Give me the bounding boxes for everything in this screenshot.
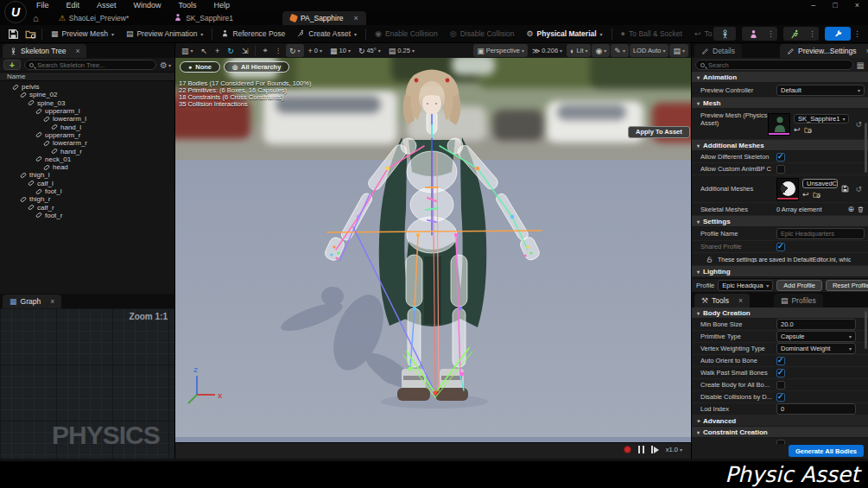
close-button[interactable]: × [855,0,859,10]
preview-controller-select[interactable]: Default▾ [776,85,865,96]
scale-snap-button[interactable]: ▤0.25▾ [385,44,418,57]
to-ball-socket-button[interactable]: ●To Ball & Socket [615,25,688,42]
close-icon[interactable]: × [354,14,358,22]
profile-name-input[interactable] [776,228,865,239]
tree-item[interactable]: foot_l [0,187,174,195]
reset-profile-button[interactable]: Reset Profile [826,280,868,291]
walk-past-checkbox[interactable] [776,369,785,377]
tree-item[interactable]: lowerarm_r [0,139,174,147]
tree-item[interactable]: pelvis [0,83,174,91]
gear-icon[interactable]: ⚙ [160,60,168,70]
add-bone-button[interactable]: + [3,60,21,70]
tab-preview-settings[interactable]: Preview...Settings × [780,44,868,58]
surface-snap-button[interactable]: +0▾ [305,44,326,57]
additional-meshes-select[interactable]: UnsavedCol▾ [802,179,838,188]
select-tool-button[interactable]: ↖ [198,44,212,57]
move-tool-button[interactable]: + [212,44,223,57]
section-advanced[interactable]: ▾Advanced [692,415,868,427]
preview-mesh-button[interactable]: ▦Preview Mesh▾ [45,25,120,42]
section-mesh[interactable]: ▾Mesh [692,98,868,109]
vertex-weighting-select[interactable]: Dominant Weight▾ [776,343,856,354]
reset-icon[interactable]: ↺ [852,120,865,129]
tab-details[interactable]: Details [694,44,742,58]
tree-item[interactable]: calf_r [0,203,174,211]
section-animation[interactable]: ▾Animation [692,72,868,83]
close-icon[interactable]: × [50,297,54,306]
create-asset-button[interactable]: Create Asset▾ [291,25,363,42]
menu-asset[interactable]: Asset [88,0,125,10]
minimize-button[interactable]: – [811,0,815,10]
search-input[interactable] [37,61,151,69]
tab-skeleton-tree[interactable]: Skeleton Tree × [3,44,86,58]
graph-canvas[interactable]: Zoom 1:1 PHYSICS [0,308,174,459]
disable-collision-button[interactable]: ◎Disable Collision [444,25,521,42]
viewport-3d-scene[interactable]: Z X ● None ◎ All Hierarchy 17 Bodies (17… [175,58,691,437]
perspective-button[interactable]: ▣Perspective▾ [473,44,528,57]
tab-shaolei-preview[interactable]: ⚠ ShaoLei_Preview* [51,11,137,25]
tools-scrollbar[interactable] [865,311,867,349]
profile-select[interactable]: Epic Headquarters▾ [718,280,773,291]
save-icon[interactable] [841,185,849,193]
tree-item[interactable]: spine_02 [0,91,174,98]
allow-different-skeleton-checkbox[interactable] [776,153,785,162]
primitive-type-select[interactable]: Capsule▾ [776,331,856,342]
allow-custom-animbp-checkbox[interactable] [776,165,785,174]
reference-pose-button[interactable]: Reference Pose [215,25,291,42]
filter-none-button[interactable]: ● None [180,61,220,73]
menu-window[interactable]: Window [125,0,170,10]
animation-editor-button[interactable] [783,27,806,41]
details-scrollbar[interactable] [865,123,867,173]
tab-graph[interactable]: ▦ Graph × [3,295,61,308]
section-constraint-creation[interactable]: ▾Constraint Creation [692,427,868,438]
maximize-button[interactable]: □ [833,0,837,10]
add-array-element-icon[interactable]: ⊕ [847,205,854,213]
character-options-button[interactable]: ✎▾ [611,44,629,57]
record-button[interactable] [624,446,631,453]
physical-material-button[interactable]: ⚙Physical Material▾ [521,25,609,42]
tree-column-header[interactable]: Name [0,72,174,81]
kebab-menu-icon[interactable]: ⋮ [851,29,864,38]
unreal-logo-icon[interactable]: U [4,1,27,23]
playback-speed-button[interactable]: x1.0▾ [666,446,682,453]
snap-target-button[interactable]: ⌖ [259,44,270,57]
min-bone-size-input[interactable] [776,319,856,330]
home-icon[interactable]: ⌂ [33,11,39,25]
browse-icon[interactable] [804,126,812,134]
mesh-editor-button[interactable] [742,27,764,41]
menu-tools[interactable]: Tools [170,0,206,10]
kebab-menu-icon[interactable]: ⋮ [764,29,777,38]
display-options-icon[interactable]: ▦ [857,60,865,70]
grid-snap-button[interactable]: ▦10▾ [326,44,354,57]
use-selected-icon[interactable]: ↩ [794,125,801,134]
tree-item[interactable]: foot_r [0,212,174,219]
kebab-menu-icon[interactable]: ⋮ [272,44,286,57]
filter-all-hierarchy-button[interactable]: ◎ All Hierarchy [224,61,289,73]
tree-item[interactable]: hand_r [0,147,174,155]
preview-animation-button[interactable]: ▤Preview Animation▾ [120,25,209,42]
kebab-menu-icon[interactable]: ⋮ [806,29,819,38]
physics-editor-button[interactable] [825,27,851,41]
shared-profile-checkbox[interactable] [776,243,785,251]
details-search[interactable] [695,60,853,70]
viewport-options-button[interactable]: ▥▾ [178,44,197,57]
tab-sk-sapphire1[interactable]: SK_Sapphire1 [166,11,241,25]
skeleton-tree-search[interactable] [24,60,156,70]
camera-speed-button[interactable]: ≫0.206▾ [529,44,566,57]
search-input[interactable] [708,61,848,69]
close-icon[interactable]: × [738,296,743,305]
enable-collision-button[interactable]: ◉Enable Collision [369,25,444,42]
step-forward-button[interactable] [651,446,659,453]
tree-item[interactable]: calf_l [0,180,174,187]
scale-tool-button[interactable]: ⇲ [238,44,252,57]
tree-item[interactable]: hand_l [0,123,174,130]
additional-meshes-thumbnail[interactable] [776,178,799,200]
screenshot-button[interactable]: ▤▾ [669,44,688,57]
pause-button[interactable] [638,446,644,453]
trash-icon[interactable] [857,206,865,213]
rotation-snap-button[interactable]: ↻45°▾ [355,44,384,57]
tree-item[interactable]: upperarm_l [0,107,174,115]
lod-button[interactable]: LOD Auto▾ [630,44,669,57]
section-lighting[interactable]: ▾Lighting [692,266,868,277]
use-selected-icon[interactable]: ↩ [802,190,809,199]
tree-item[interactable]: thigh_l [0,171,174,179]
